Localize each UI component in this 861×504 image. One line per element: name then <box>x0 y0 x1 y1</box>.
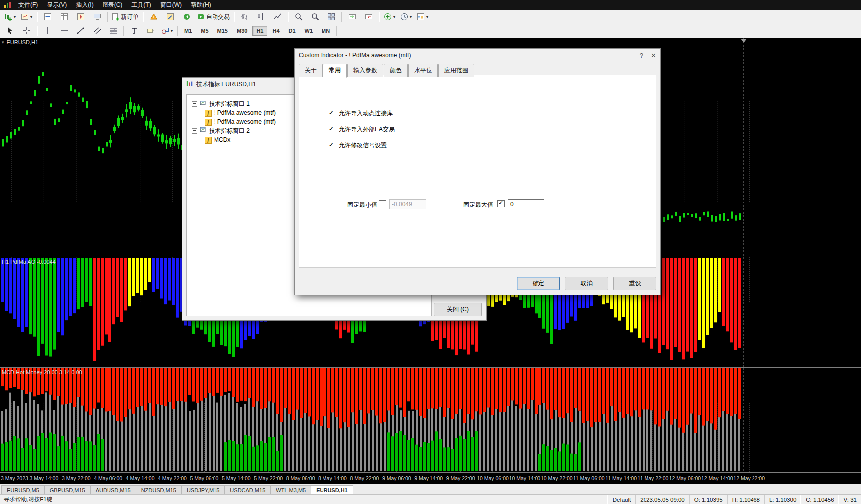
new-order-button[interactable]: 新订单 <box>109 11 141 23</box>
menu-item-6[interactable]: 帮助(H) <box>186 0 215 10</box>
terminal-button[interactable] <box>89 11 105 23</box>
timeframe-H1-button[interactable]: H1 <box>252 26 267 36</box>
close-icon[interactable]: ✕ <box>651 52 656 59</box>
dialog-tab-5[interactable]: 应用范围 <box>438 64 474 77</box>
symbol-tab-EURUSD,H1[interactable]: EURUSD,H1 <box>311 485 353 495</box>
timeframe-M5-button[interactable]: M5 <box>197 26 212 36</box>
profiles-button[interactable]: ▾ <box>18 11 35 23</box>
fixed-min-checkbox[interactable] <box>379 200 386 207</box>
help-icon[interactable]: ? <box>640 52 643 59</box>
symbol-tab-GBPUSD,M15[interactable]: GBPUSD,M15 <box>44 485 91 495</box>
dialog-tab-0[interactable]: 关于 <box>299 64 323 77</box>
dialog-tab-3[interactable]: 颜色 <box>384 64 408 77</box>
profiles-icon <box>21 13 29 21</box>
time-label: 4 May 14:00 <box>126 475 155 481</box>
fixed-max-label: 固定最大值 <box>463 201 493 209</box>
timeframe-W1-button[interactable]: W1 <box>301 26 317 36</box>
option-checkbox-0[interactable] <box>328 110 335 117</box>
option-checkbox-2[interactable] <box>328 142 335 149</box>
menu-item-4[interactable]: 工具(T) <box>127 0 155 10</box>
horizontal-line-button[interactable] <box>56 25 72 37</box>
fibonacci-button[interactable] <box>105 25 121 37</box>
symbol-tab-NZDUSD,M15[interactable]: NZDUSD,M15 <box>136 485 182 495</box>
periods-button[interactable]: ▾ <box>398 11 414 23</box>
data-window-button[interactable] <box>56 11 72 23</box>
close-indicators-button[interactable]: 关闭 (C) <box>434 303 482 316</box>
chart-candles-icon <box>257 13 265 21</box>
indicator1-value-text: H1 PdfMa AO -0.0044 <box>2 259 56 265</box>
custom-dialog-titlebar[interactable]: Custom Indicator - ! PdfMa awesome (mtf)… <box>295 49 660 62</box>
zoom-in-button[interactable] <box>290 11 307 23</box>
dialog-tab-4[interactable]: 水平位 <box>408 64 438 77</box>
chart-line-button[interactable] <box>269 11 286 23</box>
auto-scroll-button[interactable] <box>344 11 360 23</box>
sound-button[interactable] <box>178 11 195 23</box>
time-label: 10 May 06:00 <box>477 475 509 481</box>
time-label: 12 May 06:00 <box>669 475 701 481</box>
symbol-tab-WTI_M3,M5[interactable]: WTI_M3,M5 <box>270 485 311 495</box>
time-axis[interactable]: 3 May 20233 May 14:003 May 22:004 May 06… <box>0 472 861 484</box>
indicator2-label: MCD Hot Money 20.00 3.14 0.00 <box>2 369 82 375</box>
timeframe-D1-button[interactable]: D1 <box>285 26 300 36</box>
templates-icon <box>417 13 425 21</box>
reset-button[interactable]: 重设 <box>613 277 656 290</box>
channel-button[interactable] <box>89 25 105 37</box>
expander-icon[interactable] <box>192 128 197 134</box>
menu-item-0[interactable]: 文件(F) <box>14 0 42 10</box>
menu-item-2[interactable]: 插入(I) <box>71 0 98 10</box>
tree-item-label: 技术指标窗口 2 <box>209 127 250 135</box>
dialog-tab-1[interactable]: 常用 <box>323 64 347 78</box>
label-button[interactable] <box>142 25 159 37</box>
expander-icon[interactable] <box>192 101 197 107</box>
autotrading-icon <box>197 13 205 21</box>
timeframe-M30-button[interactable]: M30 <box>233 26 251 36</box>
timeframe-M15-button[interactable]: M15 <box>214 26 232 36</box>
market-watch-button[interactable] <box>39 11 56 23</box>
status-cell-0: Default <box>608 495 635 504</box>
toolbar-separator <box>379 12 379 22</box>
symbol-tab-AUDUSD,M15[interactable]: AUDUSD,M15 <box>90 485 136 495</box>
trend-line-button[interactable] <box>72 25 89 37</box>
symbol-tab-USDJPY,M15[interactable]: USDJPY,M15 <box>181 485 225 495</box>
dialog-tab-2[interactable]: 输入参数 <box>347 64 383 77</box>
fixed-max-checkbox[interactable] <box>497 200 505 207</box>
option-checkbox-label-2: 允许修改信号设置 <box>339 141 387 150</box>
fixed-min-input[interactable] <box>389 199 426 209</box>
timeframe-MN-button[interactable]: MN <box>318 26 334 36</box>
collapse-arrow-icon[interactable]: ▾ <box>2 40 4 45</box>
option-checkbox-1[interactable] <box>328 126 335 133</box>
autotrading-button[interactable]: 自动交易 <box>195 11 232 23</box>
data-window-icon <box>60 13 68 21</box>
menu-item-1[interactable]: 显示(V) <box>42 0 71 10</box>
fixed-max-input[interactable] <box>508 199 544 209</box>
menu-item-3[interactable]: 图表(C) <box>98 0 127 10</box>
metaeditor-button[interactable] <box>162 11 178 23</box>
horizontal-line-icon <box>60 27 68 35</box>
chart-shift-button[interactable] <box>360 11 377 23</box>
symbol-tab-EURUSD,M5[interactable]: EURUSD,M5 <box>1 485 45 495</box>
shapes-button[interactable]: ▾ <box>159 25 175 37</box>
new-chart-button[interactable]: ▾ <box>2 11 18 23</box>
pane-separator-2[interactable] <box>0 367 861 368</box>
indicators-button[interactable]: ▾ <box>381 11 398 23</box>
menu-item-5[interactable]: 窗口(W) <box>156 0 186 10</box>
vertical-line-button[interactable] <box>39 25 56 37</box>
time-label: 8 May 06:00 <box>286 475 315 481</box>
navigator-button[interactable] <box>72 11 89 23</box>
alert-button[interactable] <box>145 11 162 23</box>
channel-icon <box>93 27 101 35</box>
ok-button[interactable]: 确定 <box>517 277 560 290</box>
chart-candles-button[interactable] <box>253 11 269 23</box>
timeframe-M1-button[interactable]: M1 <box>180 26 196 36</box>
timeframe-H4-button[interactable]: H4 <box>268 26 283 36</box>
zoom-out-button[interactable] <box>307 11 323 23</box>
chart-bars-button[interactable] <box>236 11 253 23</box>
tile-windows-button[interactable] <box>323 11 339 23</box>
pointer-button[interactable] <box>2 25 18 37</box>
crosshair-button[interactable] <box>18 25 35 37</box>
cancel-button[interactable]: 取消 <box>565 277 608 290</box>
text-button[interactable] <box>126 25 142 37</box>
symbol-tab-USDCAD,M15[interactable]: USDCAD,M15 <box>224 485 271 495</box>
templates-button[interactable]: ▾ <box>414 11 430 23</box>
custom-indicator-dialog: Custom Indicator - ! PdfMa awesome (mtf)… <box>294 48 661 295</box>
